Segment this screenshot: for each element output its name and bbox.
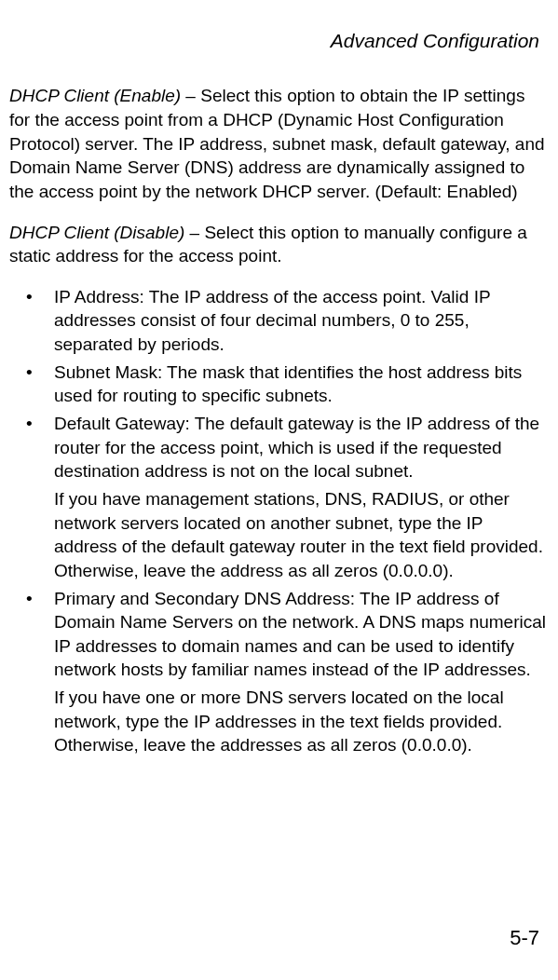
dhcp-enable-paragraph: DHCP Client (Enable) – Select this optio… [9,84,549,203]
list-item-ip-address: IP Address: The IP address of the access… [9,285,549,357]
dhcp-enable-term: DHCP Client (Enable) [9,86,181,105]
dhcp-disable-paragraph: DHCP Client (Disable) – Select this opti… [9,221,549,268]
list-item-dns-address: Primary and Secondary DNS Address: The I… [9,587,549,683]
list-item-default-gateway: Default Gateway: The default gateway is … [9,412,549,483]
page-number: 5-7 [510,924,539,952]
dhcp-disable-term: DHCP Client (Disable) [9,223,184,242]
options-list: IP Address: The IP address of the access… [9,285,549,757]
list-item-default-gateway-cont: If you have management stations, DNS, RA… [9,487,549,583]
list-item-subnet-mask: Subnet Mask: The mask that identifies th… [9,361,549,408]
list-item-dns-address-cont: If you have one or more DNS servers loca… [9,686,549,757]
page-header: Advanced Configuration [9,28,549,54]
